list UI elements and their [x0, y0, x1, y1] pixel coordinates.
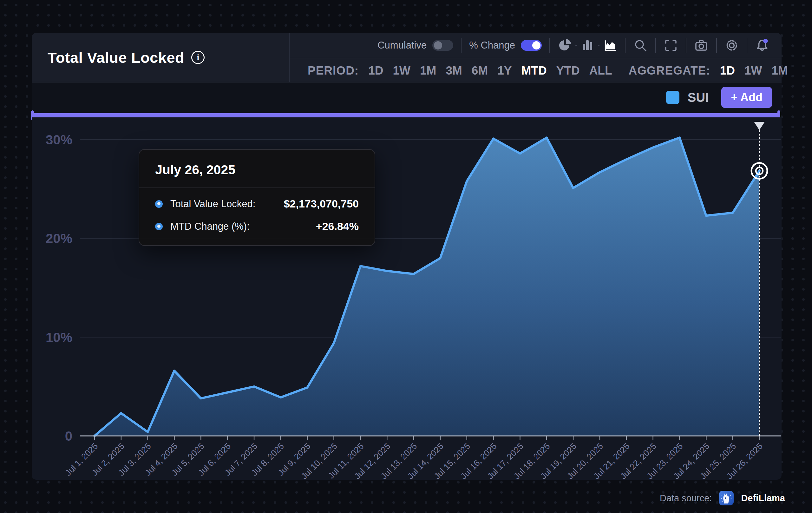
tooltip-row-label: MTD Change (%): — [170, 221, 250, 232]
tooltip-body: Total Value Locked:$2,173,070,750MTD Cha… — [139, 188, 375, 245]
toolbar-separator — [716, 38, 717, 53]
icon-separator-dot — [598, 45, 600, 46]
aggregate-options: 1D1W1M — [710, 64, 788, 78]
toolbar-separator — [747, 38, 747, 53]
range-brush-bar[interactable] — [32, 113, 780, 117]
info-icon[interactable]: i — [191, 51, 205, 64]
notifications-icon[interactable] — [755, 38, 770, 53]
search-icon[interactable] — [633, 38, 648, 53]
toolbar-separator — [549, 38, 550, 53]
tooltip-row-1: MTD Change (%):+26.84% — [155, 220, 359, 232]
footer: Data source: DefiLlama — [0, 488, 785, 508]
tooltip-row-0: Total Value Locked:$2,173,070,750 — [155, 198, 359, 210]
settings-icon[interactable] — [724, 38, 739, 53]
icon-separator-dot — [575, 45, 577, 46]
fullscreen-icon[interactable] — [664, 38, 678, 53]
aggregate-option-1d[interactable]: 1D — [720, 64, 735, 78]
header-panel: Total Value Locked i Cumulative % Change — [32, 33, 782, 83]
period-options: 1D1W1M3M6M1YMTDYTDALL — [359, 64, 612, 78]
period-option-1m[interactable]: 1M — [420, 64, 436, 78]
period-option-1d[interactable]: 1D — [368, 64, 383, 78]
toolbar-separator — [461, 38, 462, 53]
data-source-name: DefiLlama — [741, 493, 785, 504]
tooltip-row-value: $2,173,070,750 — [284, 198, 359, 210]
tooltip-row-value: +26.84% — [316, 220, 359, 232]
period-option-mtd[interactable]: MTD — [521, 64, 547, 78]
aggregate-option-1m[interactable]: 1M — [772, 64, 788, 78]
notification-badge — [763, 39, 768, 44]
cumulative-label: Cumulative — [377, 40, 427, 51]
toolbar-separator — [625, 38, 626, 53]
title-cell: Total Value Locked i — [32, 33, 258, 82]
tooltip-row-label: Total Value Locked: — [170, 198, 255, 210]
period-option-ytd[interactable]: YTD — [556, 64, 580, 78]
period-option-6m[interactable]: 6M — [472, 64, 488, 78]
data-source-label: Data source: — [660, 493, 712, 504]
period-option-1w[interactable]: 1W — [393, 64, 411, 78]
add-series-button[interactable]: + Add — [721, 87, 772, 108]
aggregate-option-1w[interactable]: 1W — [745, 64, 762, 78]
series-swatch-sui[interactable] — [666, 91, 679, 104]
bar-chart-icon[interactable] — [580, 38, 595, 53]
chart-tooltip: July 26, 2025 Total Value Locked:$2,173,… — [139, 149, 375, 246]
toolbar-separator — [655, 38, 656, 53]
period-label: PERIOD: — [308, 64, 359, 78]
page-title: Total Value Locked — [48, 49, 184, 66]
camera-icon[interactable] — [694, 38, 708, 53]
toggle-knob — [532, 41, 541, 50]
period-option-3m[interactable]: 3M — [446, 64, 462, 78]
pct-change-label: % Change — [469, 40, 515, 51]
toolbar-separator — [686, 38, 687, 53]
aggregate-label: AGGREGATE: — [629, 64, 710, 78]
series-bullet-icon — [155, 200, 163, 208]
period-option-1y[interactable]: 1Y — [497, 64, 512, 78]
pct-change-toggle[interactable] — [521, 40, 542, 51]
period-row: PERIOD: 1D1W1M3M6M1YMTDYTDALL AGGREGATE:… — [290, 59, 782, 83]
tooltip-date: July 26, 2025 — [139, 150, 375, 188]
area-chart-icon[interactable] — [603, 38, 617, 53]
toggle-knob — [434, 41, 442, 50]
series-bullet-icon — [155, 223, 163, 230]
defillama-logo — [719, 490, 734, 506]
cumulative-toggle[interactable] — [432, 40, 453, 51]
series-label-sui[interactable]: SUI — [688, 90, 709, 105]
legend-band: SUI + Add — [32, 83, 782, 112]
toolbar: Cumulative % Change — [290, 33, 782, 58]
pie-chart-icon[interactable] — [558, 38, 572, 53]
period-option-all[interactable]: ALL — [589, 64, 612, 78]
